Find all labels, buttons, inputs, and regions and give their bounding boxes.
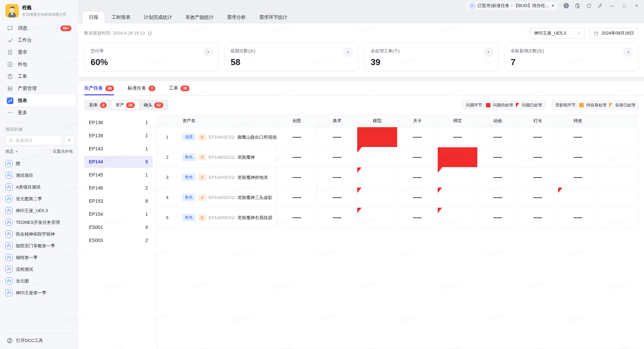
project-item[interactable]: 内 沧元图第二季	[3, 193, 75, 205]
sidebar-item-supply-demand[interactable]: 产需管理	[3, 83, 75, 95]
asset-name-cell[interactable]: 场景BEP144/SC01/御魔山脉出口坍塌场景	[178, 127, 277, 147]
project-item[interactable]: 内 隐世宗门掌教第一季	[3, 240, 75, 252]
episode-item[interactable]: EP153 8	[84, 195, 153, 207]
stage-cell[interactable]	[438, 208, 478, 228]
dcc-tools-row[interactable]: 打开DCC工具	[5, 333, 73, 349]
stage-cell[interactable]	[558, 167, 598, 188]
episode-item[interactable]: EP136 1	[84, 116, 153, 129]
stage-cell[interactable]	[357, 147, 397, 167]
stage-cell[interactable]	[317, 208, 358, 228]
stage-cell[interactable]	[558, 188, 598, 208]
kpi-detail-button[interactable]: ›	[623, 47, 633, 57]
sidebar-item-workbench[interactable]: 工作台	[3, 34, 75, 46]
stage-cell[interactable]	[478, 208, 518, 228]
sidebar-item-tickets[interactable]: 工单	[3, 70, 75, 83]
sidebar-item-reports[interactable]: 报表	[3, 95, 75, 107]
sidebar-item-more[interactable]: 更多	[3, 107, 75, 119]
project-item[interactable]: 内 我在精神病院学斩神	[3, 228, 75, 240]
minimize-button[interactable]: —	[608, 3, 615, 8]
kpi-detail-button[interactable]: ›	[343, 47, 353, 57]
add-project-button[interactable]: +	[64, 136, 74, 145]
sidebar-item-messages[interactable]: 消息 99+	[3, 22, 75, 34]
user-profile[interactable]: 程巍 长沙神漫文化科技有限公司	[0, 0, 78, 20]
stage-cell[interactable]	[518, 208, 558, 228]
project-item[interactable]: 内 TEONES开发任务管理	[3, 216, 75, 228]
timer-status-pill[interactable]: 已暂停(标准任务：【BUG】待办任... ▼	[467, 2, 558, 10]
maximize-button[interactable]: □	[621, 3, 628, 8]
sidebar-item-outsourcing[interactable]: 外包	[3, 58, 75, 70]
project-item[interactable]: 内 流程测试	[3, 263, 75, 275]
search-input[interactable]	[15, 138, 59, 143]
project-item[interactable]: 内 测试项目	[3, 169, 75, 181]
stage-cell[interactable]	[317, 127, 358, 147]
project-select[interactable]: 神印王座_UE5.3	[530, 28, 585, 39]
report-tab[interactable]: 计划完成统计	[138, 12, 178, 23]
date-picker[interactable]: 2024年09月29日	[589, 28, 638, 39]
section-tab[interactable]: 生产任务 88	[84, 81, 114, 95]
feedback-icon[interactable]	[575, 3, 580, 9]
stage-cell[interactable]	[357, 208, 397, 228]
project-item[interactable]: 内 沧元图	[3, 275, 75, 287]
stage-cell[interactable]	[397, 208, 438, 228]
project-item[interactable]: 内 神印王座第一季	[3, 287, 75, 299]
stage-cell[interactable]	[357, 127, 397, 147]
asset-name-cell[interactable]: 角色AEP144/SC01/龙骑魔神	[178, 147, 277, 167]
report-tab[interactable]: 需求分析	[221, 12, 252, 23]
segment-option[interactable]: 镜头 62	[140, 101, 167, 109]
stage-cell[interactable]	[277, 188, 317, 208]
episode-item[interactable]: ES003 2	[84, 234, 153, 246]
segment-option[interactable]: 资产 26	[111, 101, 139, 109]
section-tab[interactable]: 标准任务 0	[127, 81, 155, 95]
stage-cell[interactable]	[357, 188, 397, 208]
episode-item[interactable]: EP143 1	[84, 143, 153, 155]
stage-cell[interactable]	[277, 167, 317, 188]
stage-cell[interactable]	[357, 167, 397, 188]
report-tab[interactable]: 有效产能统计	[179, 12, 220, 23]
stage-cell[interactable]	[558, 127, 598, 147]
stage-cell[interactable]	[478, 147, 518, 167]
pin-icon[interactable]	[597, 3, 603, 8]
stage-cell[interactable]	[397, 188, 438, 208]
stage-cell[interactable]	[478, 127, 518, 147]
stage-cell[interactable]	[558, 147, 598, 167]
episode-item[interactable]: EP146 2	[84, 182, 153, 194]
reload-icon[interactable]	[147, 31, 152, 36]
only-outsourcing-checkbox[interactable]	[46, 149, 51, 154]
stage-cell[interactable]	[438, 127, 478, 147]
stage-cell[interactable]	[397, 167, 438, 188]
kpi-detail-button[interactable]: ›	[483, 47, 493, 57]
kpi-detail-button[interactable]: ›	[203, 47, 213, 57]
episode-item[interactable]: ES001 4	[84, 221, 153, 233]
stage-cell[interactable]	[478, 167, 518, 188]
stage-cell[interactable]	[277, 208, 317, 228]
segment-option[interactable]: 剧本 0	[85, 101, 111, 109]
episode-item[interactable]: EP154 1	[84, 208, 153, 220]
asset-name-cell[interactable]: 角色AEP144/SC01/龙骑魔神三头虚影	[178, 188, 277, 208]
stage-cell[interactable]	[438, 147, 478, 167]
refresh-icon[interactable]	[586, 3, 592, 9]
stage-cell[interactable]	[397, 147, 438, 167]
project-item[interactable]: 内 A类项目测试	[3, 181, 75, 193]
stage-cell[interactable]	[438, 167, 478, 188]
status-filter-label[interactable]: 状态	[5, 149, 13, 154]
report-tab[interactable]: 需求环节统计	[253, 12, 293, 23]
stage-cell[interactable]	[317, 188, 358, 208]
report-tab[interactable]: 日报	[83, 12, 104, 23]
episode-item[interactable]: EP139 1	[84, 130, 153, 142]
project-item[interactable]: 内 顿悟第一季	[3, 252, 75, 263]
report-tab[interactable]: 工时报表	[106, 12, 137, 23]
stage-cell[interactable]	[518, 167, 558, 188]
asset-name-cell[interactable]: 角色BEP144/SC01/龙骑魔神右肩战损	[178, 208, 277, 228]
notice-icon[interactable]: !	[564, 3, 569, 8]
stage-cell[interactable]	[317, 167, 358, 188]
stage-cell[interactable]	[277, 127, 317, 147]
project-item[interactable]: 内 開	[3, 158, 75, 169]
asset-name-cell[interactable]: 角色AEP144/SC01/龙骑魔神的地龙	[178, 167, 277, 188]
sidebar-item-demands[interactable]: 需求	[3, 46, 75, 58]
project-item[interactable]: 内 神印王座_UE5.3	[3, 205, 75, 216]
stage-cell[interactable]	[397, 127, 438, 147]
stage-cell[interactable]	[277, 147, 317, 167]
stage-cell[interactable]	[518, 188, 558, 208]
stage-cell[interactable]	[518, 147, 558, 167]
stage-cell[interactable]	[518, 127, 558, 147]
